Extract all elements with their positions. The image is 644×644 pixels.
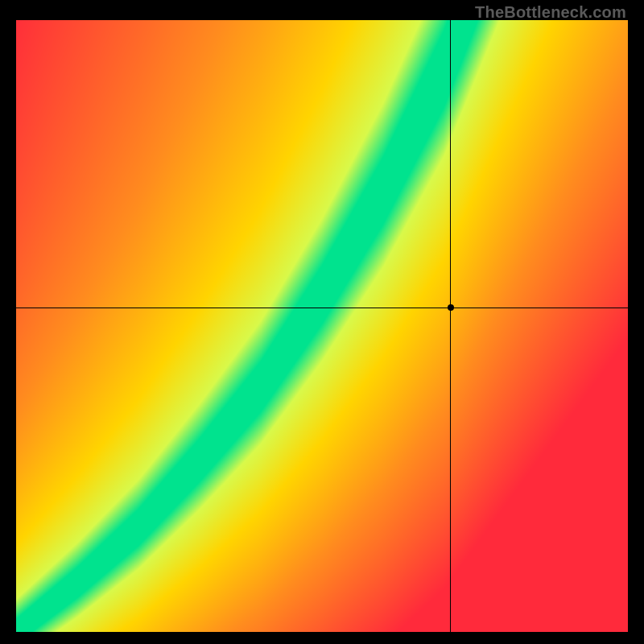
crosshair-marker: [448, 304, 454, 311]
chart-frame: TheBottleneck.com: [0, 0, 644, 644]
crosshair-horizontal: [16, 308, 628, 308]
watermark-text: TheBottleneck.com: [475, 3, 626, 22]
heatmap-canvas: [16, 20, 628, 632]
crosshair-vertical: [450, 20, 451, 632]
heatmap-plot: [16, 20, 628, 632]
